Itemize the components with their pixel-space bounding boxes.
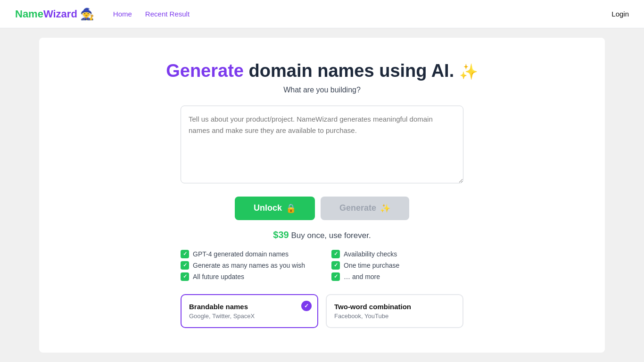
generate-label: Generate — [339, 203, 376, 213]
check-icon — [181, 261, 189, 270]
feature-label: Availability checks — [344, 250, 397, 258]
check-icon — [181, 250, 189, 258]
feature-item: GPT-4 generated domain names — [181, 250, 313, 258]
wizard-icon: 🧙 — [80, 8, 94, 21]
nav-recent-link[interactable]: Recent Result — [145, 10, 190, 18]
card-title: Two-word combination — [334, 303, 455, 311]
brand-name: NameWizard — [15, 8, 77, 20]
brandable-card[interactable]: Brandable names Google, Twitter, SpaceX — [181, 294, 318, 328]
type-cards-row: Brandable names Google, Twitter, SpaceX … — [181, 294, 463, 328]
pricing-tagline: Buy once, use forever. — [291, 231, 371, 240]
lock-icon: 🔒 — [286, 203, 296, 214]
sparkles-icon: ✨ — [459, 63, 478, 80]
unlock-button[interactable]: Unlock 🔒 — [235, 197, 315, 220]
feature-label: Generate as many names as you wish — [193, 262, 305, 269]
content-card: Generate domain names using AI. ✨ What a… — [39, 38, 605, 353]
hero-subtitle: What are you building? — [54, 86, 590, 94]
login-button[interactable]: Login — [611, 10, 629, 18]
check-icon — [331, 272, 340, 281]
unlock-label: Unlock — [254, 203, 282, 213]
feature-item: … and more — [331, 272, 463, 281]
features-grid: GPT-4 generated domain names Availabilit… — [181, 250, 463, 281]
page-wrapper: Generate domain names using AI. ✨ What a… — [0, 28, 644, 362]
check-icon — [331, 250, 340, 258]
generate-sparkles-icon: ✨ — [380, 203, 390, 214]
feature-label: One time purchase — [344, 262, 399, 269]
feature-label: All future updates — [193, 273, 244, 280]
check-icon — [331, 261, 340, 270]
project-description-input[interactable] — [181, 106, 463, 183]
brand-logo[interactable]: NameWizard 🧙 — [15, 8, 94, 21]
card-subtitle: Google, Twitter, SpaceX — [189, 313, 310, 320]
two-word-card[interactable]: Two-word combination Facebook, YouTube — [326, 294, 463, 328]
hero-title: Generate domain names using AI. ✨ — [54, 60, 590, 82]
feature-item: Availability checks — [331, 250, 463, 258]
check-icon — [181, 272, 189, 281]
card-subtitle: Facebook, YouTube — [334, 313, 455, 320]
feature-label: … and more — [344, 273, 380, 280]
nav-home-link[interactable]: Home — [113, 10, 132, 18]
card-title: Brandable names — [189, 303, 310, 311]
card-selected-icon — [301, 301, 312, 311]
nav-links: Home Recent Result — [113, 10, 190, 18]
price-value: $39 — [273, 230, 289, 240]
pricing-text: $39 Buy once, use forever. — [54, 230, 590, 240]
buttons-row: Unlock 🔒 Generate ✨ — [54, 197, 590, 220]
navbar: NameWizard 🧙 Home Recent Result Login — [0, 0, 644, 28]
textarea-wrapper — [181, 106, 463, 185]
feature-item: Generate as many names as you wish — [181, 261, 313, 270]
feature-item: One time purchase — [331, 261, 463, 270]
generate-button[interactable]: Generate ✨ — [321, 197, 409, 220]
feature-item: All future updates — [181, 272, 313, 281]
feature-label: GPT-4 generated domain names — [193, 250, 289, 258]
